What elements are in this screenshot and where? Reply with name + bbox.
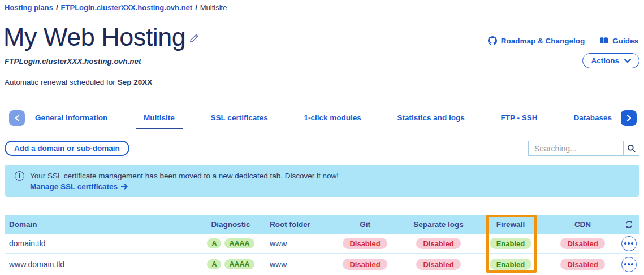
tabs-scroll-right-button[interactable] — [621, 110, 637, 126]
tab-list: General information Multisite SSL certif… — [27, 108, 620, 129]
roadmap-changelog-link[interactable]: Roadmap & Changelog — [488, 36, 585, 45]
refresh-button[interactable] — [625, 220, 633, 229]
actions-label: Actions — [591, 56, 619, 65]
search-input[interactable] — [529, 141, 623, 155]
tab-multisite[interactable]: Multisite — [136, 108, 183, 129]
pencil-icon — [189, 33, 200, 43]
domain-cell: domain.tld — [5, 239, 200, 248]
firewall-status-badge: Enabled — [490, 238, 532, 249]
git-status-badge: Disabled — [343, 259, 387, 270]
tab-bar: General information Multisite SSL certif… — [0, 108, 644, 129]
root-folder-cell: www — [262, 260, 327, 269]
ssl-info-banner: i Your SSL certificate management has be… — [5, 165, 639, 197]
row-actions-button[interactable] — [621, 236, 637, 251]
guides-link[interactable]: Guides — [599, 37, 638, 45]
ellipsis-icon — [624, 242, 626, 245]
breadcrumb-separator: / — [195, 3, 197, 12]
add-domain-button[interactable]: Add a domain or sub-domain — [5, 141, 129, 156]
column-header-root-folder: Root folder — [262, 220, 327, 229]
info-icon: i — [15, 171, 24, 181]
git-status-badge: Disabled — [343, 238, 387, 249]
search-button[interactable] — [623, 141, 639, 155]
separate-logs-status-badge: Disabled — [416, 238, 460, 249]
search-icon — [627, 144, 636, 152]
github-icon — [488, 36, 497, 45]
page-title: My Web Hosting — [3, 23, 185, 52]
breadcrumb: Hosting plans/FTPLogin.clusterXXX.hostin… — [5, 3, 227, 12]
tab-ftp-ssh[interactable]: FTP - SSH — [493, 108, 546, 129]
dns-a-badge: A — [207, 259, 221, 269]
arrow-right-icon — [121, 184, 128, 190]
renewal-info: Automatic renewal scheduled for Sep 20XX — [5, 78, 152, 86]
ellipsis-icon — [624, 263, 626, 265]
cdn-status-badge: Disabled — [560, 259, 604, 270]
column-header-domain: Domain — [5, 220, 200, 229]
column-header-git: Git — [327, 220, 403, 229]
tab-1-click-modules[interactable]: 1-click modules — [296, 108, 369, 129]
table-row: domain.tld A AAAA www Disabled Disabled … — [5, 234, 639, 254]
book-icon — [599, 37, 608, 45]
tabs-scroll-left-button[interactable] — [9, 110, 25, 126]
chevron-left-icon — [15, 115, 20, 121]
header-links: Roadmap & Changelog Guides — [488, 36, 638, 45]
tab-statistics-and-logs[interactable]: Statistics and logs — [390, 108, 473, 129]
diagnostic-cell: A AAAA — [200, 259, 262, 269]
chevron-down-icon — [624, 59, 631, 63]
renewal-date: Sep 20XX — [118, 78, 153, 86]
tab-databases[interactable]: Databases — [565, 108, 620, 129]
renewal-text: Automatic renewal scheduled for — [5, 78, 115, 86]
breadcrumb-current: Multisite — [200, 3, 227, 12]
tab-general-information[interactable]: General information — [27, 108, 115, 129]
domains-table: Domain Diagnostic Root folder Git Separa… — [0, 215, 644, 274]
dns-a-badge: A — [207, 238, 221, 248]
guides-label: Guides — [612, 37, 638, 45]
diagnostic-cell: A AAAA — [200, 238, 262, 248]
banner-message: Your SSL certificate management has been… — [30, 172, 339, 180]
breadcrumb-service[interactable]: FTPLogin.clusterXXX.hosting.ovh.net — [61, 3, 193, 12]
cdn-status-badge: Disabled — [560, 238, 604, 249]
breadcrumb-hosting-plans[interactable]: Hosting plans — [5, 3, 53, 12]
manage-ssl-certificates-link[interactable]: Manage SSL certificates — [30, 182, 128, 191]
column-header-cdn: CDN — [547, 220, 618, 229]
refresh-icon — [625, 220, 633, 229]
tab-ssl-certificates[interactable]: SSL certificates — [203, 108, 276, 129]
table-header-row: Domain Diagnostic Root folder Git Separa… — [5, 215, 639, 234]
chevron-right-icon — [626, 115, 632, 121]
separate-logs-status-badge: Disabled — [416, 259, 460, 270]
dns-aaaa-badge: AAAA — [224, 238, 254, 248]
column-header-separate-logs: Separate logs — [403, 220, 474, 229]
row-actions-button[interactable] — [621, 257, 637, 272]
column-header-diagnostic: Diagnostic — [200, 220, 262, 229]
dns-aaaa-badge: AAAA — [224, 259, 254, 269]
search-box — [528, 141, 639, 156]
column-header-firewall: Firewall — [474, 220, 547, 229]
manage-ssl-label: Manage SSL certificates — [30, 182, 118, 191]
roadmap-changelog-label: Roadmap & Changelog — [501, 37, 585, 45]
domain-cell: www.domain.tld — [5, 260, 200, 269]
breadcrumb-separator: / — [56, 3, 58, 12]
service-name: FTPLogin.clusterXXX.hosting.ovh.net — [5, 57, 141, 66]
firewall-status-badge: Enabled — [490, 259, 532, 270]
actions-button[interactable]: Actions — [582, 53, 639, 68]
table-row: www.domain.tld A AAAA www Disabled Disab… — [5, 254, 639, 274]
edit-title-button[interactable] — [189, 33, 200, 46]
root-folder-cell: www — [262, 239, 327, 248]
